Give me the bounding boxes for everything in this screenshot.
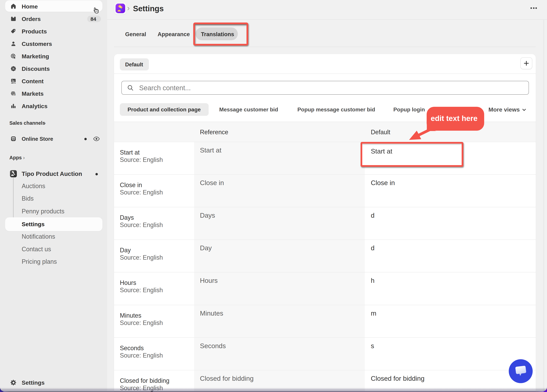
svg-text:$: $: [14, 93, 15, 96]
